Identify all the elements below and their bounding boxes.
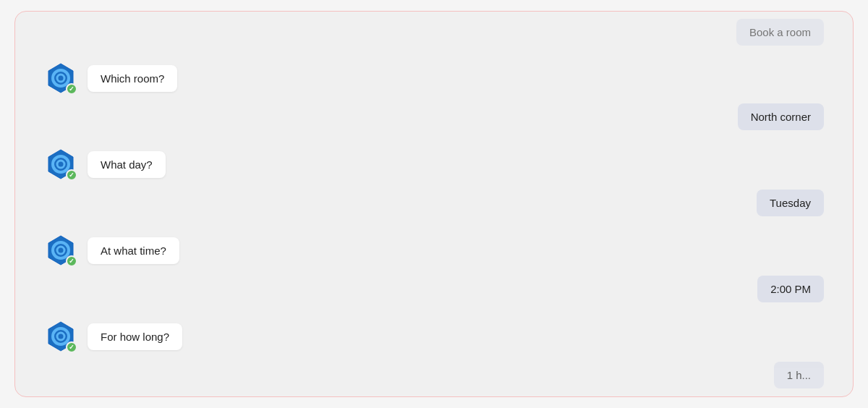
partial-bottom-bubble: 1 h... xyxy=(774,362,824,388)
user-row-1: North corner xyxy=(44,103,824,130)
checkmark-badge-3 xyxy=(66,255,77,267)
checkmark-badge-2 xyxy=(66,169,77,181)
chat-scroll[interactable]: Book a room Which room? North corner xyxy=(15,12,853,396)
bot-row-1: Which room? xyxy=(44,61,824,95)
checkmark-badge-4 xyxy=(66,341,77,353)
bot-row-4: For how long? xyxy=(44,320,824,353)
chat-container: Book a room Which room? North corner xyxy=(14,11,854,397)
user-row-2: Tuesday xyxy=(44,190,824,216)
bot-bubble-3: At what time? xyxy=(88,237,179,264)
partial-bottom-row: 1 h... xyxy=(44,362,824,388)
partial-top-bubble: Book a room xyxy=(736,19,824,46)
bot-avatar-3 xyxy=(44,234,77,267)
user-row-3: 2:00 PM xyxy=(44,276,824,302)
user-bubble-1: North corner xyxy=(738,103,824,130)
bot-bubble-4: For how long? xyxy=(88,323,182,350)
bot-bubble-2: What day? xyxy=(88,151,166,178)
partial-top-row: Book a room xyxy=(44,19,824,46)
bot-bubble-1: Which room? xyxy=(88,65,177,92)
bot-row-3: At what time? xyxy=(44,234,824,267)
bot-avatar-1 xyxy=(44,61,77,95)
bot-avatar-2 xyxy=(44,148,77,181)
user-bubble-3: 2:00 PM xyxy=(757,276,824,302)
user-bubble-2: Tuesday xyxy=(757,190,824,216)
checkmark-badge-1 xyxy=(66,83,77,95)
bot-row-2: What day? xyxy=(44,148,824,181)
bot-avatar-4 xyxy=(44,320,77,353)
